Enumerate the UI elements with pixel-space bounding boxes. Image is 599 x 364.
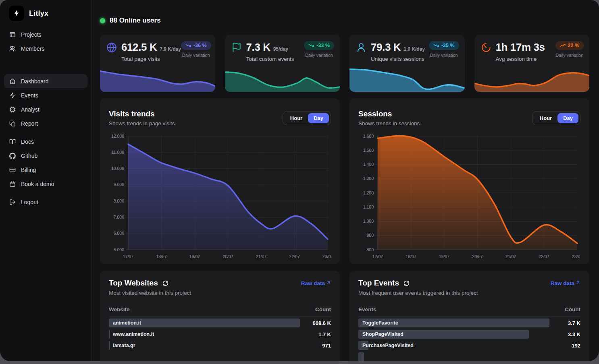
app-logo[interactable]: Litlyx [0, 6, 92, 21]
table-title: Top Websites [109, 279, 158, 287]
sidebar-item-report[interactable]: Report [4, 116, 87, 130]
stat-label: Total custom events [246, 56, 294, 62]
daily-variation-caption: Daily variation [430, 53, 458, 58]
sessions-chart[interactable]: 1.6001.5001.4001.3001.2001.1001.00090080… [358, 133, 580, 263]
stat-rate: 95/day [273, 46, 288, 52]
stat-sparkline [100, 64, 215, 92]
table-subtitle: Most frequent user events triggered in t… [358, 290, 580, 296]
table-row-purchasepagevisited[interactable]: PurchasePageVisited192 [358, 340, 580, 351]
daily-variation-badge: -33 % [304, 41, 334, 50]
github-icon [9, 153, 16, 159]
sidebar-item-label: Analyst [21, 106, 40, 113]
table-title: Top Events [358, 279, 399, 287]
svg-text:1.200: 1.200 [363, 190, 374, 195]
svg-text:1.300: 1.300 [363, 176, 374, 181]
svg-text:6.000: 6.000 [114, 231, 124, 236]
globe-icon [106, 42, 117, 53]
sidebar-item-label: Docs [21, 139, 34, 145]
sidebar-item-label: Events [21, 92, 38, 99]
svg-text:5.000: 5.000 [114, 247, 124, 252]
svg-text:21/07: 21/07 [256, 254, 266, 259]
trend-down-icon [433, 43, 439, 48]
row-label: iamata.gr [113, 343, 135, 348]
svg-text:22/07: 22/07 [289, 254, 300, 259]
arrow-up-right-icon [326, 280, 331, 285]
main-content: 88 Online users 612.5 K7.9 K/dayTotal pa… [92, 0, 599, 361]
row-count: 192 [572, 343, 580, 349]
svg-text:19/07: 19/07 [189, 254, 200, 259]
stat-value: 1h 17m 3s [496, 41, 545, 54]
chart-title: Visits trends [109, 110, 176, 118]
refresh-icon[interactable] [162, 280, 168, 286]
table-row-iamata-gr[interactable]: iamata.gr971 [109, 340, 331, 351]
sidebar-item-logout[interactable]: Logout [4, 195, 87, 209]
tables-row: Top Websites Raw data Most visited websi… [100, 271, 589, 361]
raw-data-label: Raw data [301, 280, 325, 286]
svg-text:1.100: 1.100 [363, 205, 374, 209]
column-header: Count [565, 306, 580, 312]
daily-variation-caption: Daily variation [305, 53, 333, 58]
top-websites-card: Top Websites Raw data Most visited websi… [100, 271, 340, 361]
table-row-animetion-it[interactable]: animetion.it608.6 K [109, 317, 331, 329]
table-row-shoppagevisited[interactable]: ShopPageVisited3.3 K [358, 329, 580, 340]
daily-variation-badge: 22 % [555, 41, 584, 50]
sidebar-item-members[interactable]: Members [4, 41, 87, 56]
row-count: 3.7 K [568, 320, 580, 326]
arrow-up-right-icon [326, 280, 331, 286]
toggle-day-button[interactable]: Day [557, 113, 578, 123]
svg-text:1.600: 1.600 [363, 134, 374, 139]
stat-card-total-page-visits: 612.5 K7.9 K/dayTotal page visits-36 %Da… [100, 35, 215, 92]
sidebar-nav-bottom: Logout [0, 195, 92, 209]
sidebar-item-dashboard[interactable]: Dashboard [4, 74, 87, 88]
raw-data-link[interactable]: Raw data [301, 280, 331, 286]
svg-text:8.000: 8.000 [114, 199, 124, 203]
svg-text:11.000: 11.000 [112, 150, 124, 155]
app-window: Litlyx ProjectsMembers DashboardEventsAn… [0, 0, 599, 361]
stat-sparkline [474, 64, 590, 92]
sidebar-item-book-a-demo[interactable]: Book a demo [4, 177, 87, 191]
svg-text:900: 900 [366, 233, 374, 238]
online-users: 88 Online users [100, 15, 589, 26]
sidebar-item-docs[interactable]: Docs [4, 134, 87, 149]
daily-variation-caption: Daily variation [555, 53, 583, 58]
toggle-hour-button[interactable]: Hour [285, 113, 308, 123]
user-icon [356, 42, 366, 53]
table-row-togglefavorite[interactable]: ToggleFavorite3.7 K [358, 317, 580, 329]
svg-text:17/07: 17/07 [372, 254, 383, 259]
table-rows: animetion.it608.6 Kwww.animetion.it1.7 K… [109, 317, 331, 351]
svg-text:21/07: 21/07 [505, 254, 516, 259]
row-count: 3.3 K [568, 331, 580, 337]
sidebar-item-events[interactable]: Events [4, 88, 87, 102]
sidebar-item-projects[interactable]: Projects [4, 27, 87, 41]
sidebar-item-github[interactable]: Github [4, 149, 87, 163]
stat-rate: 1.0 K/day [403, 46, 425, 52]
dashboard-icon [9, 78, 16, 85]
sidebar-item-billing[interactable]: Billing [4, 163, 87, 177]
sidebar-item-label: Report [21, 120, 38, 127]
svg-text:7.000: 7.000 [114, 215, 124, 219]
raw-data-link[interactable]: Raw data [551, 280, 580, 286]
svg-text:18/07: 18/07 [406, 254, 416, 259]
arrow-up-right-icon [576, 280, 580, 286]
svg-text:800: 800 [366, 247, 374, 252]
visits-trends-chart[interactable]: 12.00011.00010.0009.0008.0007.0006.0005.… [109, 133, 331, 263]
sidebar-nav-main: DashboardEventsAnalystReport [0, 74, 92, 130]
svg-text:19/07: 19/07 [439, 254, 449, 259]
litlyx-logo-icon [9, 6, 24, 21]
toggle-hour-button[interactable]: Hour [534, 113, 557, 123]
column-header: Count [315, 306, 331, 312]
stat-value: 7.3 K [246, 41, 270, 54]
svg-text:17/07: 17/07 [123, 254, 133, 259]
svg-text:22/07: 22/07 [539, 254, 549, 259]
sidebar-item-analyst[interactable]: Analyst [4, 102, 87, 116]
events-icon [9, 92, 16, 99]
stat-value: 612.5 K [121, 41, 157, 54]
row-label: ShopPageVisited [362, 331, 403, 337]
svg-text:12.000: 12.000 [111, 134, 124, 139]
refresh-icon[interactable] [403, 280, 410, 286]
stat-rate: 7.9 K/day [160, 46, 181, 52]
table-row-www-animetion-it[interactable]: www.animetion.it1.7 K [109, 329, 331, 340]
svg-text:18/07: 18/07 [156, 254, 166, 259]
toggle-day-button[interactable]: Day [308, 113, 329, 123]
svg-text:20/07: 20/07 [223, 254, 233, 259]
